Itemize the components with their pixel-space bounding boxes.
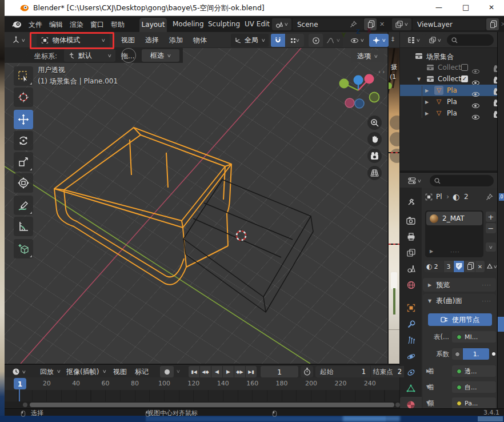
auto-keying-button[interactable]	[160, 366, 174, 377]
exclude-checkbox[interactable]	[461, 75, 468, 82]
resize-grip[interactable]: ····	[450, 249, 460, 255]
new-material-button[interactable]	[465, 261, 475, 272]
outliner-row-collection-hidden[interactable]: Collect	[400, 62, 498, 73]
pan-button[interactable]	[367, 132, 382, 146]
camera-strip-viewport[interactable]: 摄 (1	[389, 48, 399, 364]
workspace-tab-uvedit[interactable]: UV Edit	[245, 20, 270, 28]
expand-triangle-icon[interactable]: ▶	[425, 111, 429, 116]
menu-edit[interactable]: 编辑	[49, 20, 63, 30]
tool-add-cube[interactable]	[14, 239, 33, 258]
menu-object[interactable]: 物体	[193, 35, 207, 45]
next-keyframe-button[interactable]: ◆▶	[234, 366, 245, 377]
panel-preview[interactable]: ▶ 预览 ····	[423, 278, 496, 292]
tab-particles[interactable]	[400, 332, 422, 348]
gizmos-dropdown[interactable]	[369, 34, 389, 47]
users-count-button[interactable]: 3	[444, 261, 453, 272]
pin-icon[interactable]	[486, 193, 493, 201]
pin-icon[interactable]	[350, 21, 357, 28]
expand-triangle-icon[interactable]: ▶	[425, 99, 429, 105]
tool-move[interactable]	[14, 110, 33, 129]
zoom-button[interactable]	[367, 116, 382, 130]
material-slot-list[interactable]: 2_MAT ▶ ····	[425, 210, 483, 257]
surface-shader-widget[interactable]: MI...	[452, 331, 496, 343]
tool-transform[interactable]	[14, 173, 33, 193]
viewport-3d[interactable]: Y Z X 用户透视 (1) 场景集合 | Plane.001 坐标系: 默认 …	[5, 48, 387, 364]
tab-output[interactable]	[400, 229, 422, 245]
timeline-track-area[interactable]	[5, 390, 399, 401]
box-select-dropdown[interactable]: 框选	[142, 49, 179, 62]
chevron-down-icon[interactable]	[176, 369, 181, 374]
close-button[interactable]: ✕	[489, 3, 494, 11]
color-widget[interactable]: Pa...	[452, 397, 496, 409]
tool-measure[interactable]	[14, 217, 33, 236]
tool-scale[interactable]	[14, 152, 33, 172]
panel-surface-header[interactable]: ▼ 表(曲)面 ····	[423, 294, 496, 308]
expand-triangle-icon[interactable]: ▼	[417, 77, 421, 82]
slot-specials-button[interactable]	[486, 242, 496, 252]
scene-unlink-icon[interactable]: ✕	[379, 21, 385, 28]
gizmo-z-label[interactable]: Z	[356, 29, 360, 35]
gizmo-x-label[interactable]: X	[367, 27, 371, 34]
timeline-editor-type-button[interactable]	[8, 366, 30, 377]
material-sphere-icon[interactable]: ◐	[453, 192, 459, 201]
menu-render[interactable]: 渲染	[70, 20, 83, 30]
tool-rotate[interactable]	[14, 131, 33, 150]
menu-view[interactable]: 视图	[121, 35, 135, 45]
menu-help[interactable]: 帮助	[111, 20, 125, 30]
snap-settings-dropdown[interactable]	[286, 34, 304, 47]
tab-modifiers[interactable]	[400, 316, 422, 332]
current-frame-field[interactable]: 1	[261, 366, 298, 377]
workspace-tab-layout[interactable]: Layout	[139, 18, 167, 32]
region-toggle-arrows[interactable]: ‹ ›	[378, 69, 385, 75]
minimize-button[interactable]: —	[435, 3, 442, 11]
outliner-row-collection[interactable]: ▼ Collect	[400, 73, 498, 85]
panel-grip[interactable]: ····	[482, 298, 491, 304]
proportional-edit-button[interactable]	[309, 34, 323, 47]
outliner-display-mode-button[interactable]	[404, 34, 423, 46]
menu-markers[interactable]: 标记	[135, 367, 149, 377]
viewlayer-browse-button[interactable]	[392, 18, 411, 30]
remove-slot-button[interactable]: −	[486, 223, 496, 233]
expand-triangle-icon[interactable]: ▶	[425, 88, 429, 93]
material-browse-field[interactable]: ◐ 2	[424, 261, 443, 272]
outliner-search-input[interactable]	[447, 34, 494, 46]
snap-toggle-button[interactable]	[271, 34, 285, 47]
keyframe-dot[interactable]	[492, 352, 495, 356]
editor-type-button[interactable]	[8, 34, 29, 46]
play-reverse-button[interactable]: ◀	[211, 366, 222, 377]
use-preview-range-button[interactable]	[301, 366, 313, 377]
tab-scene[interactable]	[400, 261, 422, 277]
tool-select-box[interactable]	[14, 66, 33, 86]
shader1-widget[interactable]: 透...	[452, 365, 496, 377]
outliner-row-object[interactable]: ▶ ▽ Pla	[400, 96, 498, 108]
tab-object[interactable]	[400, 300, 422, 316]
ortho-toggle-button[interactable]	[367, 166, 382, 180]
gizmo-y-label[interactable]: Y	[342, 32, 346, 38]
menu-select[interactable]: 选择	[145, 35, 159, 45]
camera-strip-header[interactable]: ‡	[389, 32, 399, 48]
workspace-tab-modeling[interactable]: Modeling	[173, 20, 204, 28]
unlink-material-button[interactable]: ✕	[475, 261, 485, 272]
exclude-checkbox[interactable]	[461, 64, 468, 71]
outliner-row-scene-collection[interactable]: 场景集合	[400, 50, 498, 62]
outliner-filter-button[interactable]	[425, 34, 445, 46]
use-nodes-button[interactable]: 使用节点	[428, 313, 492, 326]
camera-view-button[interactable]	[367, 149, 382, 163]
visibility-dropdown[interactable]	[347, 34, 367, 47]
viewlayer-name-field[interactable]: ViewLayer	[413, 18, 486, 30]
tab-world[interactable]	[400, 277, 422, 293]
scrollbar-right-cap[interactable]	[395, 403, 400, 407]
tab-view-layer[interactable]	[400, 245, 422, 261]
workspace-tab-sculpting[interactable]: Sculpting	[208, 20, 240, 28]
tab-render[interactable]	[400, 213, 422, 229]
shader2-widget[interactable]: 自...	[452, 381, 496, 393]
viewlayer-new-button[interactable]	[486, 18, 499, 30]
properties-editor-type-button[interactable]	[404, 175, 425, 186]
menu-keying[interactable]: 抠像(插帧)	[66, 367, 99, 377]
menu-file[interactable]: 文件	[29, 20, 42, 30]
falloff-dropdown[interactable]	[323, 34, 343, 47]
hide-eye-icon[interactable]	[472, 115, 479, 120]
add-slot-button[interactable]: +	[486, 212, 496, 222]
panel-grip[interactable]: ····	[482, 282, 491, 288]
coord-system-dropdown[interactable]: 默认	[64, 49, 115, 62]
